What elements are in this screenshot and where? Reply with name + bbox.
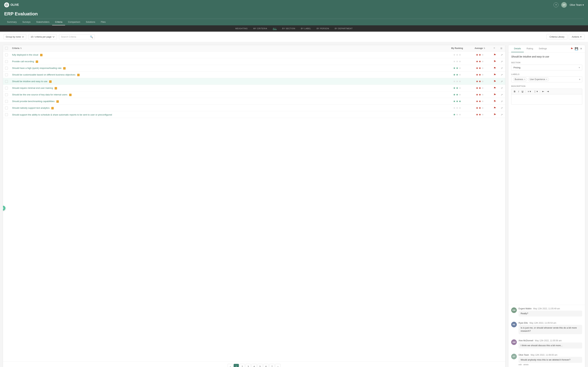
criteria-link-0[interactable]: fully deployed in the cloud bbox=[12, 53, 38, 56]
open-row-9[interactable]: ↗ bbox=[501, 113, 503, 116]
flag-toggle-2[interactable]: ⚑ bbox=[493, 67, 496, 70]
sub-nav-by-label[interactable]: BY LABEL bbox=[301, 27, 311, 30]
open-row-3[interactable]: ↗ bbox=[501, 73, 503, 76]
page-button-5[interactable]: 5 bbox=[257, 364, 263, 367]
flag-toggle-8[interactable]: ⚑ bbox=[493, 106, 496, 109]
my-ranking-stars-1[interactable]: ★★★ bbox=[448, 60, 466, 63]
my-ranking-stars-7[interactable]: ★★★ bbox=[448, 100, 466, 103]
row-checkbox-5[interactable] bbox=[5, 87, 8, 90]
my-ranking-stars-0[interactable]: ★★★ bbox=[448, 53, 466, 57]
sort-icon[interactable]: ⇅ bbox=[20, 47, 22, 50]
row-checkbox-7[interactable] bbox=[5, 100, 8, 103]
row-checkbox-2[interactable] bbox=[5, 67, 8, 70]
indent-left-button[interactable]: ⇤ bbox=[541, 90, 545, 93]
comment-delete-button-3[interactable]: delete bbox=[523, 364, 529, 366]
team-name[interactable]: Olive Team ▾ bbox=[570, 3, 584, 6]
underline-button[interactable]: U bbox=[521, 90, 524, 93]
help-button[interactable]: ? bbox=[553, 2, 558, 7]
flag-toggle-7[interactable]: ⚑ bbox=[493, 100, 496, 103]
my-ranking-stars-8[interactable]: ★★★ bbox=[448, 106, 466, 109]
row-checkbox-1[interactable] bbox=[5, 60, 8, 63]
per-page-dropdown[interactable]: 10 / criteria per page bbox=[28, 34, 57, 39]
italic-button[interactable]: I bbox=[517, 90, 520, 93]
flag-toggle-3[interactable]: ⚑ bbox=[493, 73, 496, 76]
open-row-0[interactable]: ↗ bbox=[501, 53, 503, 56]
sub-nav-weighting[interactable]: WEIGHTING bbox=[235, 27, 248, 30]
sub-nav-by-section[interactable]: BY SECTION bbox=[282, 27, 295, 30]
criteria-link-6[interactable]: Should be the one source of key data for… bbox=[12, 93, 67, 96]
nav-tab-comparison[interactable]: Comparison bbox=[65, 19, 83, 25]
indent-right-button[interactable]: ⇥ bbox=[546, 90, 550, 93]
my-ranking-stars-6[interactable]: ★★★ bbox=[448, 93, 466, 96]
panel-tab-settings[interactable]: Settings bbox=[536, 45, 550, 52]
my-ranking-stars-3[interactable]: ★★★ bbox=[448, 73, 466, 76]
bold-button[interactable]: B bbox=[513, 90, 516, 93]
description-editor[interactable] bbox=[511, 94, 582, 105]
close-panel-button[interactable]: ✕ bbox=[580, 47, 582, 50]
actions-button[interactable]: Actions ▾ bbox=[569, 34, 585, 40]
criteria-link-3[interactable]: Should be customizable based on differen… bbox=[12, 73, 75, 76]
open-row-1[interactable]: ↗ bbox=[501, 60, 503, 63]
remove-label-business[interactable]: ✕ bbox=[524, 78, 526, 81]
criteria-link-1[interactable]: Provide call recording bbox=[12, 60, 34, 63]
flag-toggle-1[interactable]: ⚑ bbox=[493, 60, 496, 63]
search-input[interactable] bbox=[61, 35, 89, 38]
page-button-7[interactable]: 7 bbox=[269, 364, 275, 367]
flag-toggle-5[interactable]: ⚑ bbox=[493, 86, 496, 90]
row-checkbox-0[interactable] bbox=[5, 53, 8, 56]
my-ranking-stars-4[interactable]: ★★★ bbox=[448, 80, 466, 83]
flag-toggle-6[interactable]: ⚑ bbox=[493, 93, 496, 96]
open-row-7[interactable]: ↗ bbox=[501, 100, 503, 103]
panel-tab-details[interactable]: Details bbox=[511, 45, 524, 52]
row-checkbox-3[interactable] bbox=[5, 73, 8, 76]
my-ranking-stars-5[interactable]: ★★★ bbox=[448, 86, 466, 90]
search-box[interactable]: 🔍 bbox=[59, 34, 95, 39]
open-row-5[interactable]: ↗ bbox=[501, 87, 503, 90]
open-row-8[interactable]: ↗ bbox=[501, 107, 503, 109]
flag-action-icon[interactable]: ⚑ bbox=[571, 47, 573, 50]
page-button-4[interactable]: 4 bbox=[251, 364, 257, 367]
my-ranking-stars-2[interactable]: ★★★ bbox=[448, 67, 466, 70]
nav-tab-solutions[interactable]: Solutions bbox=[83, 19, 98, 25]
flag-toggle-4[interactable]: ⚑ bbox=[493, 80, 496, 83]
labels-box[interactable]: Business✕User Experience✕▾ bbox=[511, 76, 582, 82]
page-button-2[interactable]: 2 bbox=[240, 364, 245, 367]
open-row-4[interactable]: ↗ bbox=[501, 80, 503, 83]
row-checkbox-9[interactable] bbox=[5, 113, 8, 116]
sub-nav-my-criteria[interactable]: MY CRITERIA bbox=[253, 27, 267, 30]
sub-nav-all[interactable]: ALL bbox=[273, 27, 277, 30]
ordered-list-button[interactable]: ⋮ ▾ bbox=[533, 90, 539, 93]
page-button-6[interactable]: 6 bbox=[263, 364, 269, 367]
flag-toggle-9[interactable]: ⚑ bbox=[493, 113, 496, 116]
prev-page-button[interactable]: ‹ bbox=[228, 364, 233, 367]
group-by-dropdown[interactable]: Group by none bbox=[3, 34, 26, 39]
criteria-library-button[interactable]: Criteria Library bbox=[546, 34, 567, 40]
row-checkbox-4[interactable] bbox=[5, 80, 8, 83]
criteria-link-2[interactable]: Should have a high (quick) response/load… bbox=[12, 67, 62, 69]
criteria-link-5[interactable]: Should require minimal end user training bbox=[12, 87, 53, 89]
nav-tab-stakeholders[interactable]: Stakeholders bbox=[34, 19, 52, 25]
open-row-6[interactable]: ↗ bbox=[501, 93, 503, 96]
nav-tab-summary[interactable]: Summary bbox=[4, 19, 20, 25]
nav-tab-files[interactable]: Files bbox=[98, 19, 108, 25]
nav-tab-criteria[interactable]: Criteria bbox=[52, 19, 65, 25]
criteria-link-7[interactable]: Should provide benchmarking capabilitiie… bbox=[12, 100, 55, 103]
save-action-icon[interactable]: 💾 bbox=[575, 47, 578, 50]
row-checkbox-8[interactable] bbox=[5, 107, 8, 109]
select-all-checkbox[interactable] bbox=[5, 47, 8, 50]
next-page-button[interactable]: › bbox=[275, 364, 281, 367]
comment-edit-button-3[interactable]: edit bbox=[519, 364, 522, 366]
row-checkbox-6[interactable] bbox=[5, 93, 8, 96]
page-button-3[interactable]: 3 bbox=[245, 364, 251, 367]
nav-tab-surveys[interactable]: Surveys bbox=[20, 19, 34, 25]
panel-tab-rating[interactable]: Rating bbox=[524, 45, 536, 52]
page-button-1[interactable]: 1 bbox=[234, 364, 239, 367]
section-value-box[interactable]: Pricing ▾ bbox=[511, 65, 582, 70]
flag-toggle-0[interactable]: ⚑ bbox=[493, 53, 496, 56]
sub-nav-by-person[interactable]: BY PERSON bbox=[317, 27, 329, 30]
sub-nav-by-department[interactable]: BY DEPARTMENT bbox=[335, 27, 353, 30]
criteria-link-9[interactable]: Should support the ability to schedule &… bbox=[12, 113, 112, 116]
avg-sort-icon[interactable]: ⇅ bbox=[484, 47, 485, 50]
criteria-link-4[interactable]: Should be intuitive and easy to use bbox=[12, 80, 47, 83]
criteria-link-8[interactable]: Should natively support text analytics bbox=[12, 107, 50, 109]
